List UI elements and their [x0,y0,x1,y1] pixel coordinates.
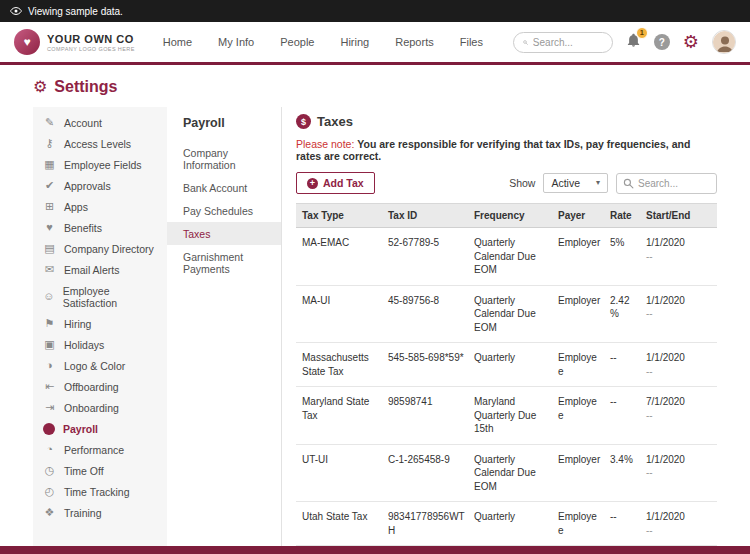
sidebar-item[interactable]: ⚑ Hiring [33,313,167,334]
start-end-cell: 1/1/2020 -- [646,351,717,378]
subnav-item[interactable]: Company Information [167,141,281,176]
nav-item[interactable]: Files [460,36,483,48]
sidebar-item[interactable]: ⇤ Offboarding [33,376,167,397]
table-search[interactable] [616,173,717,194]
subnav-item[interactable]: Bank Account [167,176,281,199]
nav-item[interactable]: Home [163,36,192,48]
directory-icon: ▤ [43,243,56,254]
table-row[interactable]: Maryland State Tax ⚠98598741 Maryland Qu… [296,387,717,445]
nav-item[interactable]: My Info [218,36,254,48]
end-date: -- [646,250,709,264]
notifications-button[interactable]: 1 [626,33,641,52]
sidebar-item-label: Access Levels [64,138,131,150]
table-header-row: Tax Type Tax ID Frequency Payer Rate Sta… [296,203,717,228]
sidebar-item[interactable]: ▣ Holidays [33,334,167,355]
start-date: 1/1/2020 [646,351,709,365]
table-search-input[interactable] [638,178,710,189]
sidebar-item[interactable]: ◴ Time Tracking [33,481,167,502]
sidebar-item[interactable]: ❖ Training [33,502,167,523]
sidebar-item[interactable]: ✔ Approvals [33,175,167,196]
logo-mark-icon: ♥ [14,29,40,55]
sidebar-item[interactable]: ✉ Email Alerts [33,259,167,280]
sidebar-item[interactable]: ⊞ Apps [33,196,167,217]
app-header: ♥ YOUR OWN CO COMPANY LOGO GOES HERE Hom… [0,22,750,65]
page-title: Settings [54,78,117,96]
column-header-tax-type[interactable]: Tax Type [302,210,388,221]
logo-subtitle: COMPANY LOGO GOES HERE [47,46,135,52]
start-end-cell: 7/1/2020 -- [646,395,717,422]
column-header-payer[interactable]: Payer [558,210,610,221]
sidebar-item[interactable]: $ Payroll [33,418,167,439]
sidebar-item[interactable]: ♥ Benefits [33,217,167,238]
global-search[interactable] [513,32,613,53]
table-row[interactable]: MA-EMAC ⚠52-67789-5 Quarterly Calendar D… [296,228,717,286]
settings-gear-button[interactable]: ⚙ [683,33,699,51]
start-end-cell: 1/1/2020 -- [646,236,717,263]
start-date: 1/1/2020 [646,453,709,467]
sidebar-item[interactable]: ⇥ Onboarding [33,397,167,418]
global-search-input[interactable] [533,37,603,48]
sidebar-item-label: Time Off [64,465,104,477]
help-button[interactable]: ? [654,34,670,50]
sidebar-item[interactable]: ◔ Performance [33,439,167,460]
sidebar-item-label: Payroll [63,423,98,435]
end-date: -- [646,365,709,379]
heart-icon: ♥ [43,222,56,233]
column-header-frequency[interactable]: Frequency [474,210,558,221]
company-logo[interactable]: ♥ YOUR OWN CO COMPANY LOGO GOES HERE [14,29,135,55]
tax-type-cell: Maryland State Tax [302,395,388,422]
add-tax-button[interactable]: + Add Tax [296,172,375,194]
stopwatch-icon: ◴ [43,486,56,497]
banner-text: Viewing sample data. [28,6,123,17]
subnav-item[interactable]: Pay Schedules [167,199,281,222]
subnav-item[interactable]: Taxes [167,222,281,245]
sidebar-item[interactable]: ▦ Employee Fields [33,154,167,175]
dollar-icon: $ [296,114,311,129]
user-avatar[interactable] [712,30,736,54]
notification-badge: 1 [636,27,648,39]
section-title: Taxes [317,114,353,129]
start-date: 1/1/2020 [646,236,709,250]
column-header-tax-id[interactable]: Tax ID [388,210,474,221]
sidebar-item-label: Company Directory [64,243,154,255]
show-filter-value: Active [551,177,580,189]
tax-id-value: 45-89756-8 [388,295,439,306]
rate-cell: 2.42% [610,294,646,321]
nav-item[interactable]: Reports [395,36,434,48]
start-end-cell: 1/1/2020 -- [646,453,717,480]
nav-item[interactable]: Hiring [340,36,369,48]
table-row[interactable]: Massachusetts State Tax ⚠545-585-698*59*… [296,343,717,387]
sidebar-item[interactable]: ◑ Logo & Color [33,355,167,376]
sidebar-item-label: Time Tracking [64,486,130,498]
table-row[interactable]: Utah State Tax ⚠98341778956WTH Quarterly… [296,502,717,546]
tax-id-cell: ⚠98341778956WTH [388,510,474,537]
tax-type-cell: Utah State Tax [302,510,388,524]
smiley-icon: ☺ [43,291,55,302]
sidebar-item[interactable]: ▤ Company Directory [33,238,167,259]
sidebar-item[interactable]: ◷ Time Off [33,460,167,481]
plus-icon: + [307,178,318,189]
show-filter-select[interactable]: Active ▾ [543,173,608,193]
subnav-item[interactable]: Garnishment Payments [167,245,281,280]
taxes-panel: $ Taxes Please note: You are responsible… [282,107,717,546]
tax-id-value: 98341778956WTH [388,511,465,536]
sidebar-item[interactable]: ☺ Employee Satisfaction [33,280,167,313]
sidebar-item[interactable]: ⚷ Access Levels [33,133,167,154]
column-header-rate[interactable]: Rate [610,210,646,221]
add-tax-label: Add Tax [323,177,364,189]
main-nav: HomeMy InfoPeopleHiringReportsFiles [163,36,483,48]
sidebar-item-label: Offboarding [64,381,119,393]
page-heading: ⚙ Settings [0,65,750,105]
tax-id-value: 52-67789-5 [388,237,439,248]
tax-type-cell: Massachusetts State Tax [302,351,388,378]
rate-cell: -- [610,395,646,409]
note-label: Please note: [296,138,354,150]
tax-id-cell: ⚠98598741 [388,395,474,409]
nav-item[interactable]: People [280,36,314,48]
table-row[interactable]: MA-UI ⚠45-89756-8 Quarterly Calendar Due… [296,286,717,344]
payroll-subnav: Payroll Company InformationBank AccountP… [167,107,282,546]
column-header-start-end[interactable]: Start/End [646,210,717,221]
sidebar-item[interactable]: ✎ Account [33,112,167,133]
table-row[interactable]: UT-UI ⚠C-1-265458-9 Quarterly Calendar D… [296,445,717,503]
sidebar-item-label: Employee Fields [64,159,142,171]
